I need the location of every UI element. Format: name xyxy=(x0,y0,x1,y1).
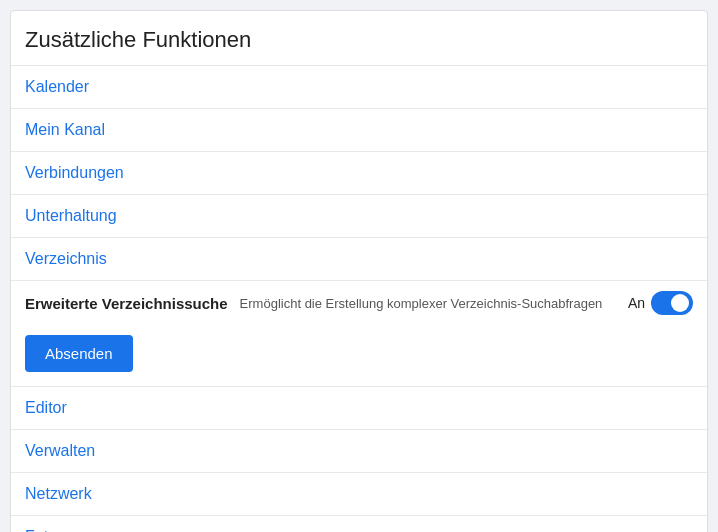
nav-item-netzwerk[interactable]: Netzwerk xyxy=(11,472,707,515)
advanced-search-label: Erweiterte Verzeichnissuche xyxy=(25,295,228,312)
submit-wrapper: Absenden xyxy=(11,325,707,386)
nav-items-bottom: EditorVerwaltenNetzwerkFotosProfile xyxy=(11,386,707,532)
nav-item-verwalten[interactable]: Verwalten xyxy=(11,429,707,472)
toggle-label: An xyxy=(628,295,645,311)
submit-button[interactable]: Absenden xyxy=(25,335,133,372)
nav-item-mein-kanal[interactable]: Mein Kanal xyxy=(11,108,707,151)
nav-item-unterhaltung[interactable]: Unterhaltung xyxy=(11,194,707,237)
nav-item-editor[interactable]: Editor xyxy=(11,386,707,429)
advanced-search-desc: Ermöglicht die Erstellung komplexer Verz… xyxy=(240,296,616,311)
toggle-wrapper: An xyxy=(628,291,693,315)
page-title: Zusätzliche Funktionen xyxy=(11,11,707,65)
nav-item-kalender[interactable]: Kalender xyxy=(11,65,707,108)
nav-item-verzeichnis[interactable]: Verzeichnis xyxy=(11,237,707,280)
nav-item-fotos[interactable]: Fotos xyxy=(11,515,707,532)
main-container: Zusätzliche Funktionen KalenderMein Kana… xyxy=(10,10,708,532)
toggle-slider xyxy=(651,291,693,315)
advanced-search-toggle[interactable] xyxy=(651,291,693,315)
nav-items-top: KalenderMein KanalVerbindungenUnterhaltu… xyxy=(11,65,707,280)
advanced-search-row: Erweiterte Verzeichnissuche Ermöglicht d… xyxy=(11,280,707,325)
nav-item-verbindungen[interactable]: Verbindungen xyxy=(11,151,707,194)
